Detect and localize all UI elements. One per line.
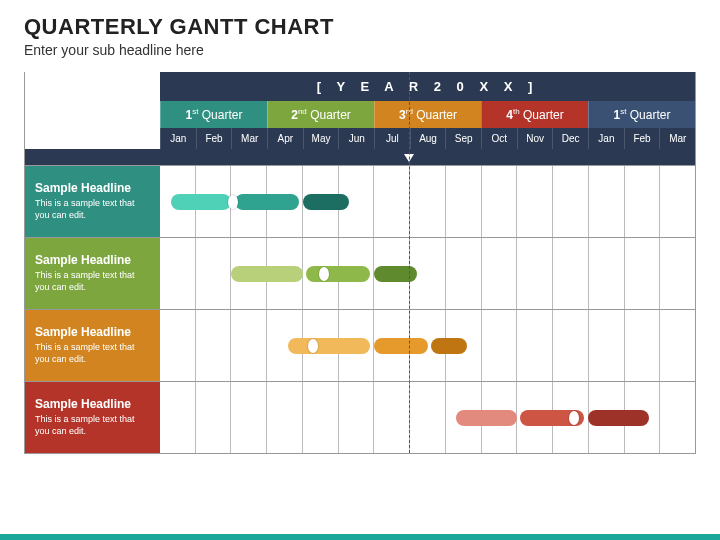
marker-track: [160, 151, 695, 165]
task-row: Sample HeadlineThis is a sample text tha…: [25, 381, 695, 453]
month-cell: Jan: [160, 128, 196, 149]
quarter-cell-5: 1st Quarter: [588, 101, 695, 128]
year-label: [ Y E A R 2 0 X X ]: [160, 72, 695, 101]
header-spacer: [25, 151, 160, 165]
gantt-bar: [171, 194, 232, 210]
milestone-icon: [228, 195, 238, 209]
bars-layer: [160, 382, 695, 453]
footer-accent-bar: [0, 534, 720, 540]
month-cell: Dec: [552, 128, 588, 149]
bar-track: [160, 310, 695, 381]
quarter-cell-3: 3rd Quarter: [374, 101, 481, 128]
gantt-bar: [431, 338, 467, 354]
month-cell: Feb: [624, 128, 660, 149]
task-row: Sample HeadlineThis is a sample text tha…: [25, 165, 695, 237]
milestone-icon: [569, 411, 579, 425]
gantt-bar: [231, 266, 302, 282]
month-cell: Aug: [410, 128, 446, 149]
header-spacer: [25, 101, 160, 128]
task-description: This is a sample text that you can edit.: [35, 270, 150, 293]
task-title: Sample Headline: [35, 181, 150, 195]
milestone-icon: [308, 339, 318, 353]
today-marker-row: [25, 151, 695, 165]
task-label-cell: Sample HeadlineThis is a sample text tha…: [25, 166, 160, 237]
slide-header: QUARTERLY GANTT CHART Enter your sub hea…: [0, 0, 720, 64]
header-spacer: [25, 72, 160, 101]
task-label-cell: Sample HeadlineThis is a sample text tha…: [25, 238, 160, 309]
gantt-bar: [374, 266, 417, 282]
quarter-cell-1: 1st Quarter: [160, 101, 267, 128]
gantt-bar: [374, 338, 428, 354]
task-description: This is a sample text that you can edit.: [35, 414, 150, 437]
task-rows-container: Sample HeadlineThis is a sample text tha…: [25, 165, 695, 453]
month-cell: Mar: [231, 128, 267, 149]
month-cell: Jun: [338, 128, 374, 149]
bars-layer: [160, 166, 695, 237]
month-cell: Oct: [481, 128, 517, 149]
gantt-bar: [306, 266, 370, 282]
month-cell: Feb: [196, 128, 232, 149]
task-label-cell: Sample HeadlineThis is a sample text tha…: [25, 310, 160, 381]
bars-layer: [160, 310, 695, 381]
month-cell: Jan: [588, 128, 624, 149]
gantt-bar: [456, 410, 517, 426]
month-cell: Apr: [267, 128, 303, 149]
month-header-row: Jan Feb Mar Apr May Jun Jul Aug Sep Oct …: [25, 128, 695, 151]
milestone-icon: [319, 267, 329, 281]
gantt-bar: [588, 410, 649, 426]
gantt-bar: [303, 194, 349, 210]
task-title: Sample Headline: [35, 325, 150, 339]
task-description: This is a sample text that you can edit.: [35, 198, 150, 221]
task-title: Sample Headline: [35, 397, 150, 411]
month-cell: Mar: [659, 128, 695, 149]
month-cell: Jul: [374, 128, 410, 149]
bar-track: [160, 382, 695, 453]
quarter-cell-4: 4th Quarter: [481, 101, 588, 128]
task-row: Sample HeadlineThis is a sample text tha…: [25, 309, 695, 381]
gantt-chart: [ Y E A R 2 0 X X ] 1st Quarter 2nd Quar…: [24, 72, 696, 454]
task-description: This is a sample text that you can edit.: [35, 342, 150, 365]
task-label-cell: Sample HeadlineThis is a sample text tha…: [25, 382, 160, 453]
header-spacer: [25, 128, 160, 149]
quarter-header-row: 1st Quarter 2nd Quarter 3rd Quarter 4th …: [25, 101, 695, 128]
task-row: Sample HeadlineThis is a sample text tha…: [25, 237, 695, 309]
page-title: QUARTERLY GANTT CHART: [24, 14, 696, 40]
bar-track: [160, 166, 695, 237]
month-cell: Nov: [517, 128, 553, 149]
month-cell: May: [303, 128, 339, 149]
bars-layer: [160, 238, 695, 309]
bar-track: [160, 238, 695, 309]
today-marker-icon: [404, 154, 414, 162]
gantt-bar: [235, 194, 299, 210]
page-subtitle: Enter your sub headline here: [24, 42, 696, 58]
task-title: Sample Headline: [35, 253, 150, 267]
year-header-row: [ Y E A R 2 0 X X ]: [25, 72, 695, 101]
quarter-cell-2: 2nd Quarter: [267, 101, 374, 128]
month-cell: Sep: [445, 128, 481, 149]
gantt-bar: [288, 338, 370, 354]
